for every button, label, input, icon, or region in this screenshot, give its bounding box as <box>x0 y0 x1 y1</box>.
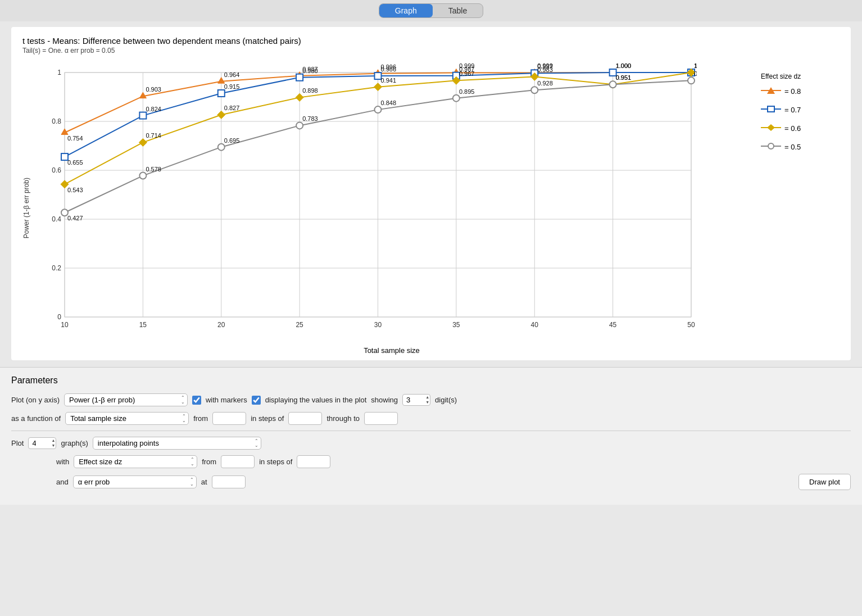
steps-input2[interactable]: 0.1 <box>297 455 330 468</box>
interp-select[interactable]: interpolating points <box>93 437 261 450</box>
svg-text:0.903: 0.903 <box>146 86 161 93</box>
x-axis-label: Total sample size <box>34 346 750 355</box>
in-steps-label: in steps of <box>251 414 284 423</box>
draw-plot-button[interactable]: Draw plot <box>799 474 851 490</box>
svg-text:0.898: 0.898 <box>302 87 318 94</box>
through-to-label: through to <box>326 414 360 423</box>
legend-label-0: = 0.8 <box>784 87 801 96</box>
digits-up[interactable]: ▲ <box>425 395 429 400</box>
chart-container: t tests - Means: Difference between two … <box>11 27 851 360</box>
function-select-wrap: Total sample size <box>65 412 189 425</box>
steps-input[interactable]: 5 <box>288 412 322 425</box>
divider <box>11 431 851 431</box>
effect-select[interactable]: Effect size dz <box>74 455 197 468</box>
svg-text:0.578: 0.578 <box>146 166 161 173</box>
param-row-4: with Effect size dz from 0.5 in steps of… <box>11 455 851 468</box>
from-label: from <box>193 414 208 423</box>
chart-svg-area: 00.20.40.60.811015202530354045500.7540.9… <box>34 61 750 355</box>
svg-point-89 <box>218 144 225 151</box>
svg-text:1: 1 <box>57 69 61 76</box>
svg-point-97 <box>531 87 538 93</box>
legend-item-1: = 0.7 <box>761 105 840 115</box>
legend-label-3: = 0.5 <box>784 143 801 151</box>
plot-n-spinner: 4 ▲ ▼ <box>28 437 56 449</box>
function-select[interactable]: Total sample size <box>65 412 189 425</box>
svg-text:1.000: 1.000 <box>616 62 632 69</box>
svg-text:0.983: 0.983 <box>537 66 553 73</box>
digits-spinner: 3 ▲ ▼ <box>402 394 430 406</box>
svg-text:0: 0 <box>57 313 61 321</box>
chart-svg: 00.20.40.60.811015202530354045500.7540.9… <box>34 61 697 342</box>
svg-point-99 <box>610 81 616 88</box>
svg-text:0.827: 0.827 <box>224 105 240 111</box>
with-markers-checkbox[interactable] <box>192 396 201 405</box>
plot-select-wrap: Power (1-β err prob) <box>64 393 188 406</box>
from-label2: from <box>202 458 216 466</box>
svg-text:0.754: 0.754 <box>67 135 83 142</box>
svg-text:0.783: 0.783 <box>302 115 318 122</box>
legend-marker-0 <box>761 86 781 97</box>
svg-text:0.8: 0.8 <box>52 117 61 125</box>
from-input[interactable]: 10 <box>212 412 246 425</box>
legend-marker-3 <box>761 142 781 152</box>
svg-text:0.655: 0.655 <box>67 159 83 166</box>
svg-rect-55 <box>296 74 303 81</box>
svg-text:0.951: 0.951 <box>616 74 632 81</box>
alpha-select[interactable]: α err prob <box>73 475 197 488</box>
plot-n-down[interactable]: ▼ <box>51 443 55 448</box>
svg-text:0.2: 0.2 <box>52 264 61 272</box>
alpha-select-wrap: α err prob <box>73 475 197 488</box>
chart-title: t tests - Means: Difference between two … <box>22 36 840 46</box>
svg-text:0.941: 0.941 <box>381 77 397 84</box>
svg-point-101 <box>688 77 695 84</box>
legend-title: Effect size dz <box>761 73 840 80</box>
svg-text:0.980: 0.980 <box>302 67 318 74</box>
plot-label: Plot (on y axis) <box>11 396 60 404</box>
svg-rect-106 <box>768 106 774 112</box>
chart-wrapper: Power (1-β err prob) 00.20.40.60.8110152… <box>22 61 840 355</box>
param-row-3: Plot 4 ▲ ▼ graph(s) interpolating points <box>11 437 851 450</box>
svg-text:10: 10 <box>61 321 69 329</box>
svg-text:30: 30 <box>374 321 382 329</box>
svg-text:0.848: 0.848 <box>381 99 397 106</box>
in-steps-label2: in steps of <box>259 458 292 466</box>
interp-select-wrap: interpolating points <box>93 437 261 450</box>
with-markers-label: with markers <box>206 396 247 404</box>
legend-item-2: = 0.6 <box>761 123 840 134</box>
through-input[interactable]: 50 <box>364 412 398 425</box>
legend-label-2: = 0.6 <box>784 124 801 133</box>
chart-legend: Effect size dz = 0.8= 0.7= 0.6= 0.5 <box>750 61 840 160</box>
tab-graph[interactable]: Graph <box>379 4 433 17</box>
svg-text:0.824: 0.824 <box>146 106 161 112</box>
svg-point-91 <box>296 122 303 129</box>
effect-select-wrap: Effect size dz <box>74 455 197 468</box>
plot-n-up[interactable]: ▲ <box>51 438 55 443</box>
displaying-values-checkbox[interactable] <box>252 396 261 405</box>
plot-select[interactable]: Power (1-β err prob) <box>64 393 188 406</box>
svg-text:0.967: 0.967 <box>694 70 697 77</box>
at-label: at <box>201 478 207 486</box>
svg-text:25: 25 <box>296 321 303 329</box>
svg-text:0.4: 0.4 <box>52 215 61 223</box>
svg-text:0.6: 0.6 <box>52 166 61 174</box>
legend-item-3: = 0.5 <box>761 142 840 152</box>
svg-text:0.543: 0.543 <box>67 187 83 193</box>
digits-down[interactable]: ▼ <box>425 400 429 405</box>
svg-text:0.915: 0.915 <box>224 83 240 90</box>
svg-text:0.895: 0.895 <box>459 88 475 95</box>
svg-text:0.714: 0.714 <box>146 132 161 139</box>
params-title: Parameters <box>11 375 851 386</box>
svg-text:50: 50 <box>687 321 695 329</box>
legend-label-1: = 0.7 <box>784 106 801 114</box>
displaying-label: displaying the values in the plot <box>265 396 367 404</box>
svg-point-87 <box>139 173 146 179</box>
parameters-section: Parameters Plot (on y axis) Power (1-β e… <box>0 367 862 505</box>
with-label: with <box>56 458 69 466</box>
svg-text:40: 40 <box>531 321 539 329</box>
legend-marker-1 <box>761 105 781 115</box>
legend-item-0: = 0.8 <box>761 86 840 97</box>
tab-table[interactable]: Table <box>433 4 483 17</box>
from-input2[interactable]: 0.5 <box>221 455 255 468</box>
at-input[interactable]: 0.05 <box>212 475 246 488</box>
and-label: and <box>56 478 69 486</box>
